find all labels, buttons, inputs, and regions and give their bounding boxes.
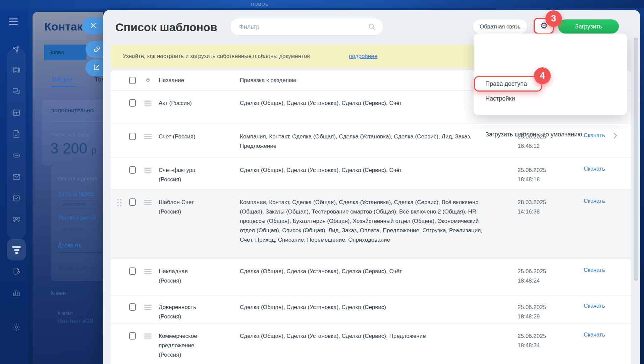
banner-more-link[interactable]: подробнее [349,53,377,60]
actions-dropdown[interactable]: ДЕЙСТВИЯ [58,225,100,233]
payment-section-label: Оплата и достав [58,176,97,181]
modal-scrollbar[interactable] [634,38,638,281]
close-icon [90,22,97,29]
select-all-checkbox[interactable] [129,77,136,84]
sum-value: 3 200 р [50,140,97,157]
add-link[interactable]: Добавить [58,243,82,249]
sidebar [0,8,29,364]
tab-new-label: Новая [48,50,64,56]
step-badge-3: 3 [545,10,562,27]
table-row[interactable]: Накладная (Россия) Сделка (Общая), Сделк… [111,259,631,296]
row-checkbox[interactable] [129,99,136,107]
column-header-sections[interactable]: Привязка к разделам [240,77,296,84]
template-sections: Компания, Контакт, Сделка (Общая), Сделк… [240,132,493,151]
drive-icon[interactable] [12,151,21,160]
sidebar-item-crm-active[interactable] [7,239,26,260]
top-bar [0,0,644,8]
chevron-right-icon [613,132,618,140]
menu-item-access-rights-highlight[interactable]: Права доступа [474,76,542,92]
realization-link[interactable]: Реализация #3 [59,215,96,221]
drag-handle-icon[interactable] [144,168,152,174]
drag-handle-icon[interactable] [144,269,152,275]
tab-new[interactable]: Новая [44,45,87,60]
client-label: Клиент [51,290,68,296]
info-banner: Узнайте, как настроить и загрузить собст… [111,45,510,68]
row-checkbox[interactable] [129,267,136,275]
divider [58,254,103,254]
chevron-down-icon [93,203,96,205]
drag-handle-icon[interactable] [144,101,152,107]
sidebar-icon-rail [7,48,26,240]
step-badge-4: 4 [534,67,551,84]
drag-handle-icon[interactable] [144,200,152,206]
additional-label: ДОПОЛНИТЕЛЬНО [51,108,94,113]
hamburger-menu-icon[interactable] [9,18,18,25]
mail-icon[interactable] [12,173,21,181]
search-icon [368,23,376,31]
document-edit-icon[interactable] [12,267,21,276]
template-sections: Сделка (Общая), Сделка (Установка), Сдел… [240,267,493,276]
column-settings-gear-icon[interactable] [144,77,152,85]
external-link-icon [93,64,100,71]
template-name: Доверенность (Россия) [159,303,209,321]
share-icon[interactable] [12,45,21,54]
row-checkbox[interactable] [129,133,136,140]
people-icon[interactable] [12,215,21,224]
menu-item-load-default-templates[interactable]: Загрузить шаблоны по умолчанию [485,131,582,138]
tab-general[interactable]: Общие [51,76,72,83]
row-checkbox[interactable] [129,166,136,174]
drag-handle-icon[interactable] [144,305,152,311]
download-link[interactable]: Скачать [584,303,605,309]
payment-link[interactable]: Оплата №361/ [59,191,95,197]
calendar-icon[interactable] [12,108,21,117]
row-checkbox[interactable] [129,303,136,311]
table-row[interactable]: Шаблон Счет (Россия) Компания, Контакт, … [111,190,631,259]
table-row[interactable]: Коммерческое предложение (Россия) Сделка… [111,323,631,364]
drag-handle-icon[interactable] [144,333,152,340]
template-date: 25.06.202518:48:34 [518,331,558,350]
total-label: Итого к оплат [58,264,98,271]
link-icon [93,45,101,53]
chart-icon[interactable] [12,289,21,297]
template-name: Коммерческое предложение (Россия) [159,331,209,360]
table-row[interactable]: Счет (Россия) Компания, Контакт, Сделка … [111,124,631,158]
settings-gear-icon[interactable] [12,323,21,331]
download-link[interactable]: Скачать [584,166,605,172]
feedback-button[interactable]: Обратная связь [473,19,527,34]
template-date: 25.06.202518:48:18 [518,166,558,184]
download-link[interactable]: Скачать [584,331,605,338]
template-sections: Сделка (Общая), Сделка (Установка), Сдел… [240,303,493,312]
column-header-name[interactable]: Название [159,77,184,84]
download-link[interactable]: Скачать [584,267,605,274]
upload-button[interactable]: Загрузить [558,19,619,34]
table-row[interactable]: Доверенность (Россия) Сделка (Общая), Сд… [111,296,631,323]
row-checkbox[interactable] [129,332,136,340]
drag-handle-icon[interactable] [144,134,152,140]
template-name: Накладная (Россия) [159,267,209,286]
row-checkbox[interactable] [129,198,136,206]
download-link[interactable]: Скачать [584,198,605,204]
news-feed-icon[interactable] [12,66,21,74]
chat-icon[interactable] [12,87,21,96]
modal-title: Список шаблонов [115,21,217,34]
new-tab-label: НОВОЕ [251,2,268,7]
template-date: 25.06.202518:48:29 [518,303,558,321]
template-name: Акт (Россия) [159,99,209,108]
tasks-icon[interactable] [12,194,21,202]
actions-dropdown[interactable]: ДЕЙСТВИЯ [58,200,100,209]
banner-text: Узнайте, как настроить и загрузить собст… [123,53,310,60]
drag-dots-icon[interactable] [117,199,122,214]
funnel-icon [7,239,26,254]
download-link[interactable]: Скачать [584,132,605,139]
filter-input[interactable] [239,22,363,31]
contact-field-value: Контакт #19 [58,317,93,325]
document-icon[interactable] [12,130,21,138]
table-row[interactable]: Счет-фактура (Россия) Сделка (Общая), Сд… [111,158,631,190]
menu-item-settings[interactable]: Настройки [485,95,515,102]
divider [51,122,103,122]
template-name: Шаблон Счет (Россия) [159,198,209,217]
sum-currency-label: Сумма и валюта [51,132,90,137]
contact-page-title: Контак [44,20,83,33]
menu-item-access-rights[interactable]: Права доступа [485,80,527,87]
settings-dropdown-menu: Список полей Настройки Права доступа 4 З… [474,34,627,115]
